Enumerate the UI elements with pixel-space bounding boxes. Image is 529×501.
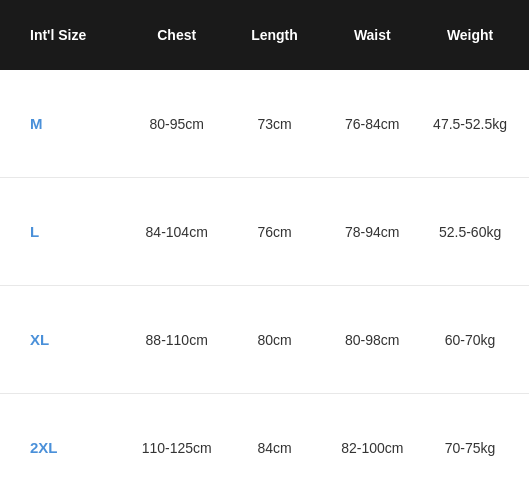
waist-xl: 80-98cm: [323, 332, 421, 348]
length-m: 73cm: [226, 116, 324, 132]
table-row: L 84-104cm 76cm 78-94cm 52.5-60kg: [0, 178, 529, 286]
weight-2xl: 70-75kg: [421, 440, 519, 456]
chest-2xl: 110-125cm: [128, 440, 226, 456]
length-2xl: 84cm: [226, 440, 324, 456]
table-row: XL 88-110cm 80cm 80-98cm 60-70kg: [0, 286, 529, 394]
header-weight: Weight: [421, 27, 519, 43]
length-xl: 80cm: [226, 332, 324, 348]
weight-l: 52.5-60kg: [421, 224, 519, 240]
size-chart: Int'l Size Chest Length Waist Weight M 8…: [0, 0, 529, 501]
waist-2xl: 82-100cm: [323, 440, 421, 456]
table-header: Int'l Size Chest Length Waist Weight: [0, 0, 529, 70]
size-xl: XL: [10, 331, 128, 348]
waist-m: 76-84cm: [323, 116, 421, 132]
header-length: Length: [226, 27, 324, 43]
header-size: Int'l Size: [10, 27, 128, 43]
size-m: M: [10, 115, 128, 132]
chest-m: 80-95cm: [128, 116, 226, 132]
chest-xl: 88-110cm: [128, 332, 226, 348]
table-row: 2XL 110-125cm 84cm 82-100cm 70-75kg: [0, 394, 529, 501]
chest-l: 84-104cm: [128, 224, 226, 240]
weight-m: 47.5-52.5kg: [421, 116, 519, 132]
size-l: L: [10, 223, 128, 240]
header-waist: Waist: [323, 27, 421, 43]
weight-xl: 60-70kg: [421, 332, 519, 348]
table-row: M 80-95cm 73cm 76-84cm 47.5-52.5kg: [0, 70, 529, 178]
waist-l: 78-94cm: [323, 224, 421, 240]
size-2xl: 2XL: [10, 439, 128, 456]
table-body: M 80-95cm 73cm 76-84cm 47.5-52.5kg L 84-…: [0, 70, 529, 501]
header-chest: Chest: [128, 27, 226, 43]
length-l: 76cm: [226, 224, 324, 240]
